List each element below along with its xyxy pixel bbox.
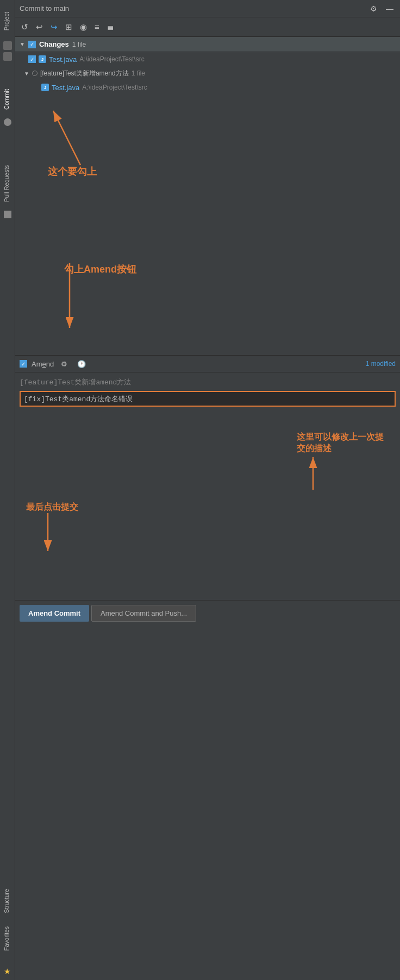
commit-message-input[interactable] bbox=[21, 392, 395, 406]
file-name-test-java: Test.java bbox=[49, 55, 77, 64]
commit-group-chevron[interactable]: ▼ bbox=[24, 71, 29, 77]
toolbar-undo[interactable]: ↩ bbox=[33, 21, 46, 34]
arrow-svg-3 bbox=[297, 457, 329, 501]
file-item-test-java-2[interactable]: J Test.java A:\ideaProject\Test\src bbox=[15, 80, 400, 94]
commit-message-area: [feature]Test类新增amend方法 bbox=[15, 372, 400, 410]
main-content: Commit to main ⚙ — ↺ ↩ ↪ ⊞ ◉ ≡ ≣ ▼ Chang… bbox=[15, 0, 400, 626]
sidebar-item-pull-requests[interactable]: Pull Requests bbox=[0, 159, 15, 208]
project-icon-2 bbox=[3, 52, 12, 61]
amend-settings-icon[interactable]: ⚙ bbox=[58, 358, 70, 370]
project-icon-1 bbox=[3, 41, 12, 50]
annotation-area-2: 勾上Amend按钮 bbox=[15, 246, 400, 355]
commit-dot bbox=[32, 71, 38, 76]
prev-commit-message: [feature]Test类新增amend方法 bbox=[20, 376, 396, 389]
svg-line-1 bbox=[53, 111, 80, 165]
sidebar-label-pull: Pull Requests bbox=[3, 165, 10, 202]
file-name-test-java-2: Test.java bbox=[52, 84, 79, 92]
annotation-text-4: 最后点击提交 bbox=[26, 502, 78, 511]
sidebar-item-structure[interactable]: Structure bbox=[0, 882, 15, 920]
changes-checkbox[interactable] bbox=[28, 41, 36, 48]
file-item-test-java[interactable]: J Test.java A:\ideaProject\Test\src bbox=[15, 52, 400, 66]
annotation-text-3b: 交的描述 bbox=[297, 444, 332, 453]
pull-icon bbox=[4, 211, 11, 218]
toolbar-redo[interactable]: ↪ bbox=[48, 21, 60, 34]
amend-push-label: Amend Commit and Push... bbox=[101, 609, 187, 617]
amend-bar: Amend ⚙ 🕐 1 modified bbox=[15, 355, 400, 372]
spacer-1 bbox=[15, 203, 400, 246]
sidebar-item-commit[interactable]: Commit bbox=[0, 83, 15, 116]
java-file-icon: J bbox=[39, 55, 46, 63]
annotation-area-1: 这个要勾上 bbox=[15, 94, 400, 203]
toolbar-preview[interactable]: ◉ bbox=[77, 21, 90, 34]
settings-icon[interactable]: ⚙ bbox=[368, 3, 379, 14]
arrow-svg-4 bbox=[26, 513, 70, 557]
annotation-area-4: 最后点击提交 bbox=[26, 502, 78, 557]
amend-modified: 1 modified bbox=[366, 360, 396, 368]
sidebar-label-favorites: Favorites bbox=[3, 926, 10, 951]
toolbar: ↺ ↩ ↪ ⊞ ◉ ≡ ≣ bbox=[15, 17, 400, 37]
minimize-icon[interactable]: — bbox=[384, 3, 396, 14]
changes-header: ▼ Changes 1 file bbox=[15, 37, 400, 52]
toolbar-diff-view[interactable]: ⊞ bbox=[62, 21, 75, 34]
sidebar-label-structure: Structure bbox=[3, 889, 10, 913]
changes-count: 1 file bbox=[72, 41, 86, 48]
file-path-test-java-2: A:\ideaProject\Test\src bbox=[82, 84, 147, 91]
file-checkbox-test-java[interactable] bbox=[28, 55, 36, 63]
amend-history-icon[interactable]: 🕐 bbox=[74, 358, 89, 370]
commit-group-name: [feature]Test类新增amend方法 bbox=[40, 69, 129, 78]
toolbar-group[interactable]: ≡ bbox=[92, 21, 102, 33]
commit-group[interactable]: ▼ [feature]Test类新增amend方法 1 file bbox=[15, 66, 400, 80]
sidebar-label-project: Project bbox=[3, 12, 10, 30]
sidebar-item-project[interactable]: Project bbox=[0, 5, 15, 37]
bottom-bar: Amend Commit Amend Commit and Push... bbox=[15, 600, 400, 626]
star-icon: ★ bbox=[4, 967, 11, 976]
sidebar-label-commit: Commit bbox=[3, 89, 10, 110]
annotation-area-3: 这里可以修改上一次提 交的描述 bbox=[297, 432, 384, 501]
arrow-svg-2 bbox=[37, 246, 157, 344]
left-sidebar: Project Commit Pull Requests Structure F… bbox=[0, 0, 15, 980]
changes-label: Changes bbox=[39, 40, 69, 48]
large-middle-area: 这里可以修改上一次提 交的描述 最后点击提交 bbox=[15, 410, 400, 600]
annotation-text-1: 这个要勾上 bbox=[48, 165, 97, 178]
sidebar-item-favorites[interactable]: Favorites bbox=[0, 920, 15, 957]
java-file-icon-2: J bbox=[41, 84, 49, 91]
annotation-text-3a: 这里可以修改上一次提 bbox=[297, 432, 384, 441]
header: Commit to main ⚙ — bbox=[15, 0, 400, 17]
header-actions: ⚙ — bbox=[368, 3, 396, 14]
file-path-test-java: A:\ideaProject\Test\src bbox=[79, 55, 144, 63]
annotation-text-2: 勾上Amend按钮 bbox=[64, 263, 136, 276]
commit-message-input-wrapper bbox=[20, 391, 396, 407]
commit-group-count: 1 file bbox=[132, 69, 145, 77]
amend-commit-button[interactable]: Amend Commit bbox=[20, 605, 89, 622]
amend-checkbox[interactable] bbox=[20, 360, 27, 368]
changes-chevron[interactable]: ▼ bbox=[20, 41, 25, 47]
amend-commit-push-button[interactable]: Amend Commit and Push... bbox=[91, 605, 196, 622]
toolbar-refresh[interactable]: ↺ bbox=[18, 21, 31, 34]
amend-label: Amend bbox=[32, 360, 54, 368]
toolbar-expand[interactable]: ≣ bbox=[104, 21, 117, 34]
commit-icon bbox=[4, 118, 11, 126]
header-title: Commit to main bbox=[20, 4, 69, 12]
